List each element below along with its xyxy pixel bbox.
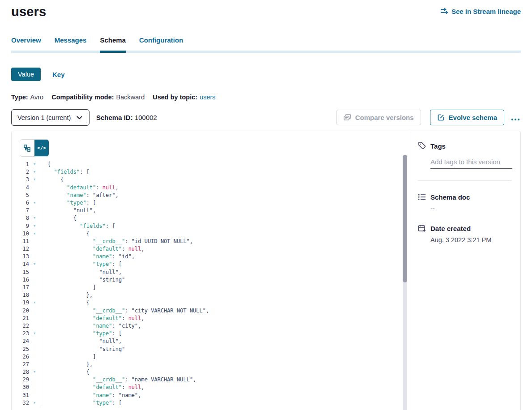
code-text: {	[40, 368, 89, 376]
schema-editor: </> 1▼{2▼ "fields": [3▼ {4 "default": nu…	[12, 131, 410, 410]
add-tags-input[interactable]	[430, 157, 512, 169]
fold-spacer	[29, 291, 40, 299]
schema-id: Schema ID: 100002	[96, 114, 157, 121]
code-text: "name": "after",	[40, 192, 119, 199]
version-select[interactable]: Version 1 (current)	[11, 109, 89, 126]
code-line: 29 "__crdb__": "name VARCHAR NULL",	[12, 376, 410, 384]
ellipsis-icon	[511, 119, 513, 120]
fold-toggle-icon[interactable]: ▼	[29, 214, 40, 222]
tag-icon	[418, 142, 426, 150]
line-number: 26	[12, 353, 29, 361]
schema-side-panel: Tags Schema doc --	[410, 131, 520, 410]
fold-toggle-icon[interactable]: ▼	[29, 199, 40, 207]
code-line: 2▼ "fields": [	[12, 168, 410, 176]
code-line: 30 "default": null,	[12, 384, 410, 391]
compatibility-value: Backward	[116, 94, 145, 101]
used-by-topic-link[interactable]: users	[200, 94, 215, 101]
code-line: 32▼ "type": [	[12, 399, 410, 407]
tab-schema[interactable]: Schema	[100, 36, 126, 53]
line-number: 19	[12, 299, 29, 307]
line-number: 12	[12, 245, 29, 253]
code-line: 8▼ {	[12, 214, 410, 222]
chevron-down-icon	[75, 114, 83, 122]
line-number: 23	[12, 330, 29, 337]
key-tab-button[interactable]: Key	[52, 71, 65, 78]
fold-toggle-icon[interactable]: ▼	[29, 368, 40, 376]
code-text: "null",	[40, 269, 122, 276]
fold-spacer	[29, 315, 40, 322]
line-number: 15	[12, 269, 29, 276]
fold-toggle-icon[interactable]: ▼	[29, 176, 40, 184]
line-number: 17	[12, 284, 29, 291]
code-line: 5 "name": "after",	[12, 192, 410, 199]
line-number: 31	[12, 392, 29, 399]
code-text: "string"	[40, 346, 125, 353]
schema-doc-value: --	[430, 205, 513, 212]
more-options-button[interactable]	[510, 113, 521, 122]
code-text: "name": "city",	[40, 322, 141, 330]
tab-messages[interactable]: Messages	[55, 36, 87, 53]
fold-toggle-icon[interactable]: ▼	[29, 230, 40, 238]
tab-configuration[interactable]: Configuration	[139, 36, 183, 53]
line-number: 22	[12, 322, 29, 330]
value-tab-button[interactable]: Value	[11, 68, 41, 81]
line-number: 11	[12, 238, 29, 245]
code-icon: </>	[37, 145, 46, 151]
line-number: 27	[12, 361, 29, 368]
gutter-divider	[40, 161, 40, 407]
code-text: "fields": [	[40, 168, 89, 176]
line-number: 16	[12, 276, 29, 284]
code-text: {	[40, 176, 64, 184]
code-line: 15 "null",	[12, 269, 410, 276]
fold-toggle-icon[interactable]: ▼	[29, 299, 40, 307]
fold-spacer	[29, 392, 40, 399]
code-line: 4 "default": null,	[12, 184, 410, 192]
tab-overview[interactable]: Overview	[11, 36, 41, 53]
tabs-underline	[11, 51, 521, 53]
fold-spacer	[29, 184, 40, 192]
code-text: "null",	[40, 337, 122, 345]
editor-scrollbar[interactable]	[403, 155, 407, 410]
fold-toggle-icon[interactable]: ▼	[29, 161, 40, 168]
view-toggle-group: </>	[20, 139, 49, 157]
tree-view-button[interactable]	[20, 140, 34, 156]
stream-lineage-link[interactable]: See in Stream lineage	[440, 7, 521, 15]
code-line: 27 },	[12, 361, 410, 368]
evolve-schema-button[interactable]: Evolve schema	[430, 110, 504, 125]
tags-title: Tags	[430, 142, 446, 150]
fold-toggle-icon[interactable]: ▼	[29, 399, 40, 407]
fold-spacer	[29, 238, 40, 245]
code-text: "null",	[40, 207, 96, 214]
type-value: Avro	[30, 94, 44, 101]
code-text: "fields": [	[40, 222, 115, 230]
tags-section-header: Tags	[418, 142, 513, 150]
fold-toggle-icon[interactable]: ▼	[29, 330, 40, 337]
fold-toggle-icon[interactable]: ▼	[29, 261, 40, 268]
code-text: ]	[40, 284, 96, 291]
schema-id-value: 100002	[135, 114, 157, 121]
code-text: "__crdb__": "id UUID NOT NULL",	[40, 238, 193, 245]
code-line: 11 "__crdb__": "id UUID NOT NULL",	[12, 238, 410, 245]
fold-toggle-icon[interactable]: ▼	[29, 222, 40, 230]
code-view-button[interactable]: </>	[34, 140, 49, 156]
fold-toggle-icon[interactable]: ▼	[29, 168, 40, 176]
code-line: 14▼ "type": [	[12, 261, 410, 268]
used-by-topic-label: Used by topic:	[153, 94, 197, 101]
fold-spacer	[29, 384, 40, 391]
code-text: "default": null,	[40, 384, 145, 391]
code-line: 18 },	[12, 291, 410, 299]
calendar-add-icon	[418, 224, 426, 232]
fold-spacer	[29, 192, 40, 199]
fold-spacer	[29, 245, 40, 253]
edit-icon	[437, 114, 445, 122]
compare-versions-button[interactable]: Compare versions	[336, 110, 421, 125]
code-line: 24 "null",	[12, 337, 410, 345]
scrollbar-thumb[interactable]	[403, 155, 407, 282]
code-text: "__crdb__": "name VARCHAR NULL",	[40, 376, 196, 384]
code-line: 1▼{	[12, 161, 410, 168]
line-number: 1	[12, 161, 29, 168]
line-number: 14	[12, 261, 29, 268]
fold-spacer	[29, 269, 40, 276]
code-text: },	[40, 291, 93, 299]
code-line: 21 "default": null,	[12, 315, 410, 322]
